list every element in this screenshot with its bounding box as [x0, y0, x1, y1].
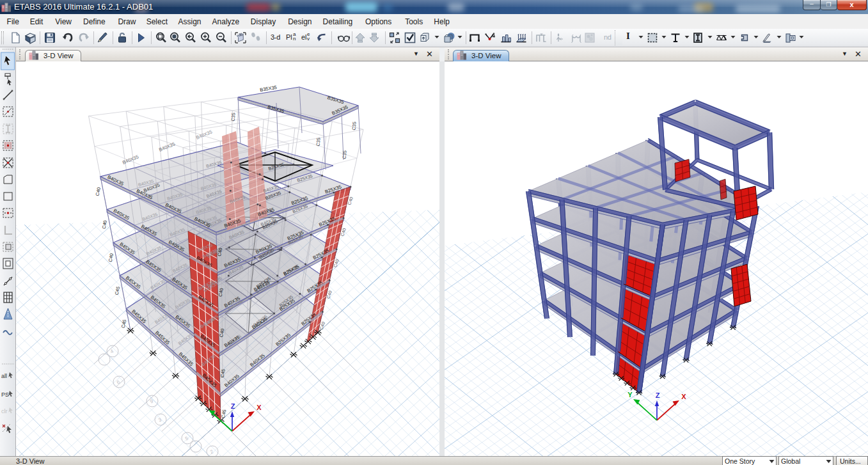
svg-text:Z: Z: [231, 402, 235, 410]
svg-text:Y: Y: [627, 391, 633, 398]
svg-text:C35: C35: [351, 122, 357, 130]
svg-text:X: X: [681, 393, 686, 400]
svg-text:C35: C35: [341, 150, 347, 159]
svg-text:all: all: [1, 373, 7, 379]
svg-text:PS: PS: [1, 391, 9, 398]
svg-text:C35: C35: [315, 138, 321, 146]
svg-text:C35: C35: [230, 113, 236, 122]
svg-text:Z: Z: [656, 391, 660, 399]
svg-text:X: X: [256, 404, 262, 411]
svg-text:clr: clr: [1, 408, 8, 414]
